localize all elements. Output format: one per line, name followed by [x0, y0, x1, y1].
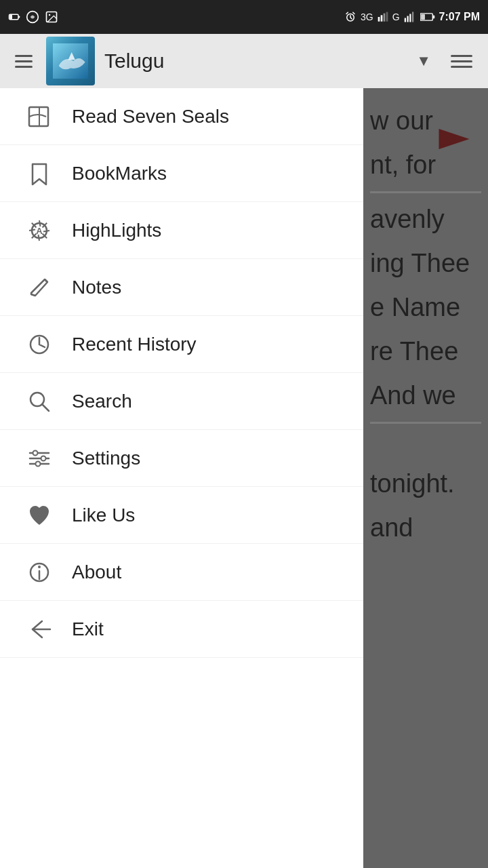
- overflow-menu-button[interactable]: [446, 48, 477, 74]
- svg-point-35: [38, 566, 41, 568]
- menu-item-search[interactable]: Search: [0, 373, 363, 430]
- highlights-icon: A: [20, 212, 58, 250]
- heart-icon: [20, 496, 58, 534]
- menu-label-highlights: HighLights: [72, 220, 161, 241]
- search-icon: [20, 382, 58, 420]
- app-logo: [46, 37, 95, 85]
- svg-point-31: [41, 456, 46, 460]
- svg-rect-10: [386, 12, 388, 22]
- image-icon: [45, 10, 58, 24]
- menu-label-search: Search: [72, 391, 132, 412]
- signal-icon: [378, 12, 388, 22]
- menu-item-exit[interactable]: Exit: [0, 601, 363, 658]
- svg-rect-16: [432, 16, 434, 18]
- svg-point-30: [33, 450, 38, 455]
- battery-icon: [420, 12, 435, 22]
- exit-icon: [20, 610, 58, 648]
- toolbar: Telugu ▼: [0, 34, 488, 88]
- language-title: Telugu: [104, 50, 401, 73]
- menu-label-notes: Notes: [72, 277, 121, 298]
- drawer-dim-overlay[interactable]: [363, 88, 488, 868]
- battery-low-icon: [8, 11, 20, 23]
- menu-label-about: About: [72, 561, 121, 583]
- status-bar: 3G G 7:07 PM: [0, 0, 488, 34]
- menu-item-highlights[interactable]: A HighLights: [0, 202, 363, 259]
- menu-label-recent-history: Recent History: [72, 334, 197, 355]
- svg-rect-14: [412, 12, 413, 22]
- svg-rect-2: [9, 15, 12, 19]
- status-right: 3G G 7:07 PM: [344, 11, 480, 23]
- clock-icon: [20, 326, 58, 363]
- time-display: 7:07 PM: [439, 11, 480, 23]
- menu-item-about[interactable]: About: [0, 544, 363, 601]
- bookmark-icon: [20, 155, 58, 193]
- svg-rect-12: [407, 16, 408, 22]
- svg-rect-17: [421, 14, 425, 20]
- network-type: 3G: [361, 12, 373, 22]
- svg-point-32: [36, 461, 41, 466]
- menu-label-bookmarks: BookMarks: [72, 163, 167, 184]
- menu-item-read[interactable]: Read Seven Seals: [0, 88, 363, 145]
- alarm-icon: [344, 11, 357, 23]
- info-icon: [20, 553, 58, 591]
- svg-text:A: A: [36, 226, 43, 236]
- svg-rect-1: [18, 16, 20, 18]
- status-left: [8, 10, 58, 24]
- menu-item-notes[interactable]: Notes: [0, 259, 363, 316]
- menu-label-read: Read Seven Seals: [72, 106, 229, 127]
- svg-rect-9: [383, 14, 385, 22]
- signal-bars-icon: [404, 11, 416, 23]
- menu-label-exit: Exit: [72, 618, 104, 640]
- settings-icon: [20, 439, 58, 477]
- menu-item-settings[interactable]: Settings: [0, 430, 363, 487]
- svg-rect-7: [378, 17, 380, 22]
- menu-label-like-us: Like Us: [72, 505, 135, 526]
- svg-point-5: [49, 14, 51, 16]
- svg-line-26: [42, 404, 49, 411]
- dropdown-button[interactable]: ▼: [411, 50, 436, 73]
- menu-item-like-us[interactable]: Like Us: [0, 487, 363, 544]
- svg-rect-11: [404, 18, 405, 22]
- whatsapp-icon: [26, 10, 39, 24]
- menu-item-bookmarks[interactable]: BookMarks: [0, 145, 363, 202]
- carrier-label: G: [392, 12, 400, 22]
- svg-rect-13: [409, 14, 411, 22]
- book-icon: [20, 98, 58, 136]
- pencil-icon: [20, 269, 58, 307]
- svg-rect-8: [380, 15, 382, 21]
- hamburger-button[interactable]: [11, 51, 37, 72]
- navigation-drawer: Read Seven Seals BookMarks A HighLights: [0, 88, 363, 868]
- book-cover-image: [53, 43, 88, 79]
- menu-item-recent-history[interactable]: Recent History: [0, 316, 363, 373]
- menu-label-settings: Settings: [72, 448, 140, 469]
